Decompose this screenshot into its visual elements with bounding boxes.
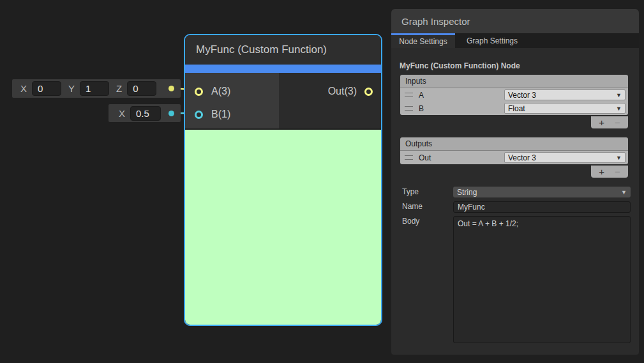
x-field-label: X xyxy=(119,108,125,119)
output-type-value: Vector 3 xyxy=(508,153,536,162)
shader-graph-canvas: X 0 Y 1 Z 0 X 0.5 MyFunc (Custom Functio… xyxy=(0,0,644,363)
dropdown-arrow-icon: ▼ xyxy=(616,155,622,161)
outputs-list: Outputs Out Vector 3 ▼ xyxy=(400,137,628,164)
port-out-icon[interactable] xyxy=(364,88,373,96)
type-dropdown[interactable]: String ▼ xyxy=(453,187,631,197)
input-type-dropdown[interactable]: Float ▼ xyxy=(504,103,625,114)
vector3-input-widget: X 0 Y 1 Z 0 xyxy=(12,79,181,98)
port-a-icon[interactable] xyxy=(195,88,203,96)
z-value-field[interactable]: 0 xyxy=(127,81,156,96)
z-field-label: Z xyxy=(116,83,122,94)
add-input-button[interactable]: + xyxy=(599,118,604,127)
node-title[interactable]: MyFunc (Custom Function) xyxy=(185,35,381,65)
input-port-b[interactable]: B(1) xyxy=(185,103,279,126)
type-label: Type xyxy=(402,187,419,196)
input-type-dropdown[interactable]: Vector 3 ▼ xyxy=(504,89,625,100)
node-accent-bar xyxy=(185,65,381,73)
name-field[interactable]: MyFunc xyxy=(453,201,631,213)
inputs-list-title: Inputs xyxy=(400,75,628,88)
dropdown-arrow-icon: ▼ xyxy=(621,189,627,196)
node-output-port-area: Out(3) xyxy=(279,73,381,128)
input-port-a[interactable]: A(3) xyxy=(185,80,279,103)
name-label: Name xyxy=(402,202,423,211)
input-type-value: Float xyxy=(508,104,525,113)
node-input-port-area: A(3) B(1) xyxy=(185,73,279,128)
node-settings-heading: MyFunc (Custom Function) Node xyxy=(400,61,520,70)
vector3-port-dot-icon[interactable] xyxy=(168,86,174,91)
dropdown-arrow-icon: ▼ xyxy=(616,105,622,112)
tab-node-settings[interactable]: Node Settings xyxy=(391,33,455,48)
node-preview xyxy=(185,128,381,325)
remove-output-button[interactable]: − xyxy=(615,167,620,176)
y-value-field[interactable]: 1 xyxy=(80,81,109,96)
output-name: Out xyxy=(419,153,431,162)
dropdown-arrow-icon: ▼ xyxy=(616,92,622,98)
inputs-list: Inputs A Vector 3 ▼ B Float ▼ xyxy=(400,75,628,115)
float-port-dot-icon[interactable] xyxy=(168,111,174,116)
port-out-label: Out(3) xyxy=(328,86,357,97)
port-b-icon[interactable] xyxy=(195,111,203,119)
add-output-button[interactable]: + xyxy=(599,167,604,176)
port-a-label: A(3) xyxy=(211,86,230,97)
graph-inspector-panel: Graph Inspector Node Settings Graph Sett… xyxy=(391,9,639,355)
inputs-list-footer: + − xyxy=(591,116,628,128)
input-row-a[interactable]: A Vector 3 ▼ xyxy=(400,88,628,102)
outputs-list-footer: + − xyxy=(591,166,628,178)
tab-graph-settings[interactable]: Graph Settings xyxy=(455,33,529,48)
x-field-label: X xyxy=(20,83,27,94)
output-type-dropdown[interactable]: Vector 3 ▼ xyxy=(504,152,625,163)
input-type-value: Vector 3 xyxy=(508,91,536,100)
outputs-list-title: Outputs xyxy=(400,137,628,151)
x-value-field[interactable]: 0 xyxy=(32,81,61,96)
output-row-out[interactable]: Out Vector 3 ▼ xyxy=(400,151,628,164)
body-label: Body xyxy=(402,217,419,226)
body-textarea[interactable]: Out = A + B + 1/2; xyxy=(453,216,631,343)
drag-handle-icon[interactable] xyxy=(405,106,413,111)
drag-handle-icon[interactable] xyxy=(405,155,413,160)
custom-function-node[interactable]: MyFunc (Custom Function) A(3) B(1) Out(3… xyxy=(184,34,382,326)
inspector-tabs: Node Settings Graph Settings xyxy=(391,33,639,48)
y-field-label: Y xyxy=(68,83,75,94)
input-name: A xyxy=(419,91,424,100)
float-value-field[interactable]: 0.5 xyxy=(130,106,161,121)
remove-input-button[interactable]: − xyxy=(615,118,620,127)
output-port-out[interactable]: Out(3) xyxy=(279,80,381,103)
graph-inspector-title[interactable]: Graph Inspector xyxy=(391,9,639,33)
port-b-label: B(1) xyxy=(211,109,230,120)
drag-handle-icon[interactable] xyxy=(405,93,413,97)
input-name: B xyxy=(419,104,424,113)
type-value: String xyxy=(457,188,477,197)
input-row-b[interactable]: B Float ▼ xyxy=(400,102,628,115)
